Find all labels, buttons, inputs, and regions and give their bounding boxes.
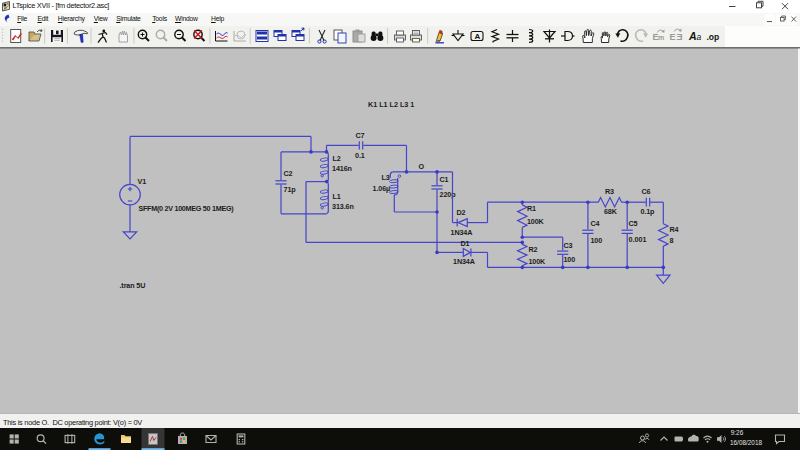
- svg-text:313.6n: 313.6n: [332, 202, 354, 211]
- svg-text:L3: L3: [382, 173, 390, 182]
- svg-text:100K: 100K: [528, 257, 546, 266]
- svg-text:C1: C1: [439, 174, 448, 183]
- svg-text:71p: 71p: [284, 185, 297, 194]
- svg-text:E: E: [670, 32, 676, 42]
- svg-text:C6: C6: [641, 187, 650, 196]
- svg-text:R4: R4: [669, 224, 678, 233]
- svg-text:0.1: 0.1: [355, 150, 365, 159]
- svg-text:.op: .op: [707, 32, 720, 42]
- svg-text:0.001: 0.001: [628, 234, 646, 243]
- svg-text:1.06µ: 1.06µ: [373, 184, 391, 193]
- svg-text:C4: C4: [590, 219, 599, 228]
- svg-text:220p: 220p: [439, 189, 456, 198]
- svg-text:R3: R3: [605, 187, 614, 196]
- svg-text:R1: R1: [527, 204, 536, 213]
- svg-text:1N34A: 1N34A: [453, 256, 475, 265]
- svg-text:1N34A: 1N34A: [450, 227, 472, 236]
- svg-text:A: A: [688, 30, 697, 42]
- svg-text:C5: C5: [628, 219, 637, 228]
- svg-text:68K: 68K: [604, 206, 618, 215]
- svg-text:0.1p: 0.1p: [640, 206, 655, 215]
- svg-text:SFFM(0 2V 100MEG 50 1MEG): SFFM(0 2V 100MEG 50 1MEG): [139, 203, 235, 212]
- svg-text:.tran 5U: .tran 5U: [120, 280, 146, 289]
- svg-text:R2: R2: [528, 244, 537, 253]
- svg-text:D2: D2: [456, 208, 465, 217]
- svg-text:C2: C2: [284, 169, 293, 178]
- svg-text:100: 100: [590, 235, 602, 244]
- svg-text:K1 L1 L2 L3 1: K1 L1 L2 L3 1: [368, 99, 414, 108]
- svg-text:L2: L2: [333, 154, 341, 163]
- svg-text:O: O: [418, 162, 424, 171]
- svg-text:L1: L1: [333, 192, 341, 201]
- svg-text:a: a: [697, 32, 702, 42]
- svg-text:C7: C7: [356, 130, 365, 139]
- svg-text:D1: D1: [460, 238, 469, 247]
- svg-text:9:26: 9:26: [731, 429, 744, 436]
- svg-text:8: 8: [669, 236, 673, 245]
- svg-text:m: m: [658, 34, 664, 41]
- svg-text:V1: V1: [138, 177, 147, 186]
- svg-text:16/08/2018: 16/08/2018: [730, 439, 762, 446]
- svg-text:A: A: [474, 32, 480, 41]
- svg-text:1416n: 1416n: [332, 164, 352, 173]
- svg-text:100: 100: [563, 255, 575, 264]
- svg-text:C3: C3: [563, 241, 572, 250]
- svg-text:100K: 100K: [527, 216, 545, 225]
- svg-text:Ǝ: Ǝ: [677, 32, 683, 42]
